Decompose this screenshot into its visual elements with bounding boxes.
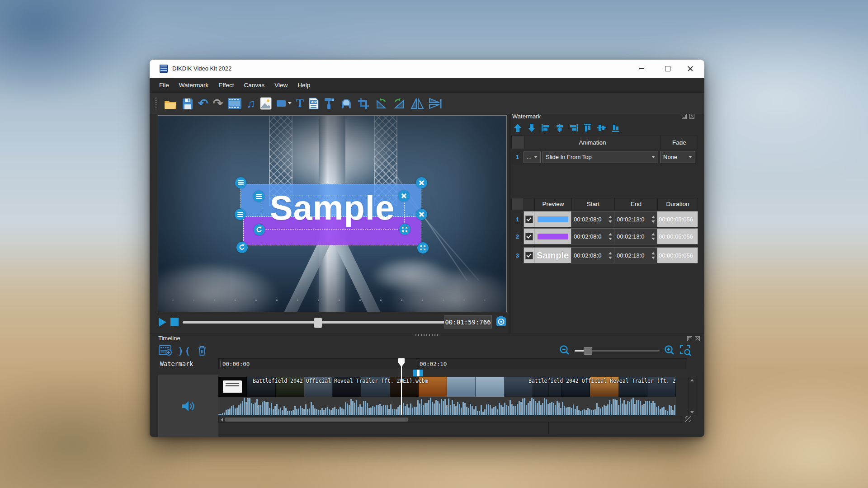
delete-handle-icon[interactable] [416,209,427,220]
seek-slider-handle[interactable] [314,318,322,328]
helmet-effect-icon[interactable] [340,96,353,111]
paint-effect-icon[interactable] [324,96,335,111]
menu-handle-icon[interactable] [235,209,246,220]
menu-watermark[interactable]: Watermark [174,79,214,91]
resize-grip[interactable] [685,416,691,422]
save-icon[interactable] [182,96,193,111]
panel-float-icon[interactable] [682,114,687,119]
rotate-handle-icon[interactable] [236,242,248,253]
crop-icon[interactable] [357,96,370,111]
start-time-spinner[interactable]: 00:02:08:0 [571,211,614,227]
align-top-icon[interactable] [582,122,593,133]
add-shape-icon[interactable] [276,96,292,111]
spinner-arrows[interactable] [608,248,613,263]
zoom-out-icon[interactable] [559,345,570,357]
spinner-arrows[interactable] [608,211,613,227]
align-bottom-icon[interactable] [610,122,621,133]
zoom-fit-icon[interactable] [679,345,691,357]
end-time-spinner[interactable]: 00:02:13:0 [614,211,657,227]
play-button[interactable] [159,318,166,327]
stop-button[interactable] [170,318,179,326]
table-row[interactable]: 3 Sample 00:02:08:0 00:02:13:0 00:00:05:… [511,247,698,263]
rotate-left-icon[interactable] [374,96,388,111]
resize-handle-icon[interactable] [399,224,410,235]
redo-icon[interactable]: ↷ [213,96,223,111]
spinner-arrows[interactable] [651,229,656,244]
add-ass-subtitle-icon[interactable]: ASS [308,96,319,111]
menu-handle-icon[interactable] [235,177,246,188]
video-thumbnail[interactable] [476,377,504,397]
fade-dropdown[interactable]: None [660,151,695,163]
end-time-spinner[interactable]: 00:02:13:0 [614,228,657,244]
menu-handle-icon[interactable] [253,191,264,202]
move-up-icon[interactable] [512,122,523,133]
add-image-icon[interactable] [260,96,272,111]
vertical-scrollbar[interactable] [689,377,695,415]
watermark-clip-marker[interactable] [413,370,423,376]
audio-waveform[interactable] [218,397,676,415]
spinner-arrows[interactable] [651,248,656,263]
menu-help[interactable]: Help [292,79,315,91]
move-down-icon[interactable] [526,122,537,133]
end-time-spinner[interactable]: 00:02:13:0 [614,247,657,263]
flip-vertical-icon[interactable] [429,96,442,111]
menu-effect[interactable]: Effect [213,79,239,91]
vertical-splitter[interactable] [509,114,511,333]
add-clip-icon[interactable] [159,343,172,358]
shape-dropdown-caret[interactable] [288,102,292,104]
align-center-horizontal-icon[interactable] [554,122,565,133]
scroll-down-arrow[interactable] [689,409,695,415]
menu-view[interactable]: View [269,79,292,91]
horizontal-scrollbar-thumb[interactable] [225,418,408,422]
add-text-icon[interactable]: T [296,96,304,111]
rotate-handle-icon[interactable] [254,224,265,235]
maximize-button[interactable] [657,60,678,78]
minimize-button[interactable] [631,60,652,78]
delete-handle-icon[interactable] [398,190,410,202]
watermark-track[interactable] [218,369,687,377]
panel-close-icon[interactable] [695,336,700,341]
start-time-spinner[interactable]: 00:02:08:0 [571,247,614,263]
split-clip-icon[interactable]: )( [178,343,192,358]
add-audio-icon[interactable]: ♫ [246,96,255,111]
add-video-icon[interactable] [227,96,242,111]
video-preview[interactable]: Sample [158,115,507,312]
resize-handle-icon[interactable] [417,242,429,253]
scroll-left-arrow[interactable] [219,418,224,422]
zoom-slider[interactable] [575,350,660,352]
spinner-arrows[interactable] [651,211,656,227]
zoom-slider-handle[interactable] [584,347,592,355]
rotate-right-icon[interactable] [392,96,406,111]
table-row[interactable]: 2 00:02:08:0 00:02:13:0 00:00:05:056 [511,228,698,244]
scroll-up-arrow[interactable] [689,377,695,383]
close-button[interactable] [680,60,701,78]
panel-close-icon[interactable] [689,114,694,119]
more-options-dropdown[interactable]: ... [524,151,541,163]
media-track-header[interactable] [158,375,218,437]
menu-canvas[interactable]: Canvas [239,79,270,91]
menu-file[interactable]: File [154,79,174,91]
video-thumbnail[interactable] [447,377,476,397]
delete-handle-icon[interactable] [416,177,427,188]
undo-icon[interactable]: ↶ [198,96,208,111]
visible-checkbox[interactable] [525,233,533,240]
table-row[interactable]: 1 00:02:08:0 00:02:13:0 00:00:05:056 [511,211,698,227]
timeline-ruler[interactable]: 00:00:00 00:02:10 [218,358,687,369]
align-right-icon[interactable] [568,122,579,133]
visible-checkbox[interactable] [525,252,533,259]
video-thumbnails[interactable]: Battlefield 2042 Official Reveal Trailer… [218,377,676,397]
seek-slider[interactable] [183,321,446,324]
spinner-arrows[interactable] [608,229,613,244]
delete-clip-icon[interactable] [197,343,207,358]
title-bar[interactable]: DIKDIK Video Kit 2022 [150,60,704,78]
align-middle-vertical-icon[interactable] [596,122,607,133]
start-time-spinner[interactable]: 00:02:08:0 [571,228,614,244]
flip-horizontal-icon[interactable] [410,96,424,111]
horizontal-scrollbar[interactable] [218,417,683,422]
align-left-icon[interactable] [540,122,551,133]
snapshot-button[interactable] [495,315,507,328]
watermark-text[interactable]: Sample [259,188,405,227]
open-folder-icon[interactable] [164,96,177,111]
panel-float-icon[interactable] [687,336,692,341]
visible-checkbox[interactable] [525,216,533,223]
